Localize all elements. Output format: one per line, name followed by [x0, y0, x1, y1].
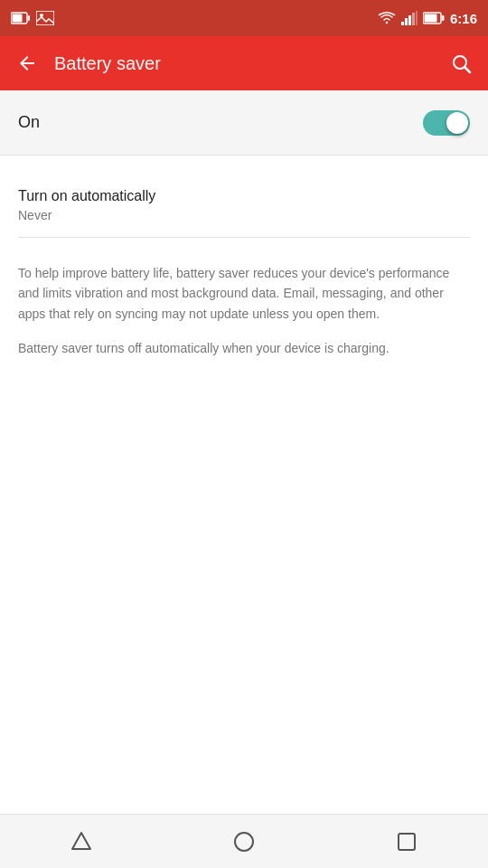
- svg-rect-5: [401, 22, 404, 25]
- svg-point-16: [235, 833, 253, 851]
- back-button[interactable]: [7, 43, 47, 83]
- svg-rect-7: [408, 15, 411, 25]
- svg-rect-9: [416, 11, 418, 25]
- svg-rect-11: [424, 14, 436, 23]
- back-arrow-icon: [16, 52, 38, 74]
- app-bar-title: Battery saver: [54, 53, 441, 74]
- wifi-icon: [378, 11, 396, 25]
- status-time: 6:16: [450, 11, 477, 26]
- svg-rect-2: [28, 15, 30, 21]
- description-block: To help improve battery life, battery sa…: [0, 245, 488, 392]
- battery-top-icon: [423, 12, 445, 24]
- description-paragraph2: Battery saver turns off automatically wh…: [18, 338, 470, 358]
- nav-back-icon: [69, 829, 94, 854]
- svg-line-14: [465, 68, 471, 73]
- auto-turn-on-title: Turn on automatically: [18, 188, 470, 204]
- nav-recents-icon: [394, 829, 419, 854]
- divider: [18, 237, 470, 238]
- app-bar: Battery saver: [0, 36, 488, 90]
- auto-turn-on-section[interactable]: Turn on automatically Never: [18, 174, 470, 230]
- search-icon: [450, 52, 472, 74]
- status-bar: 6:16: [0, 0, 488, 36]
- svg-rect-6: [405, 18, 408, 25]
- toggle-label: On: [18, 113, 423, 132]
- nav-recents-button[interactable]: [380, 815, 434, 869]
- status-bar-right: 6:16: [378, 11, 477, 26]
- nav-home-icon: [231, 829, 257, 854]
- svg-rect-3: [36, 11, 54, 25]
- svg-rect-1: [13, 14, 23, 23]
- svg-rect-17: [399, 834, 415, 850]
- auto-turn-on-subtitle: Never: [18, 208, 470, 222]
- battery-saver-toggle-row: On: [0, 90, 488, 156]
- content-area: Turn on automatically Never: [0, 156, 488, 238]
- battery-saver-toggle[interactable]: [423, 110, 470, 136]
- status-bar-left: [11, 11, 378, 25]
- toggle-thumb: [446, 112, 468, 134]
- description-paragraph1: To help improve battery life, battery sa…: [18, 263, 470, 324]
- signal-icon: [401, 11, 418, 25]
- search-button[interactable]: [441, 43, 481, 83]
- svg-rect-8: [412, 13, 415, 25]
- nav-back-button[interactable]: [54, 815, 108, 869]
- svg-rect-12: [442, 15, 445, 21]
- svg-marker-15: [72, 833, 90, 849]
- nav-home-button[interactable]: [217, 815, 271, 869]
- bottom-navigation: [0, 814, 488, 868]
- battery-status-icon: [11, 12, 31, 24]
- gallery-icon: [36, 11, 54, 25]
